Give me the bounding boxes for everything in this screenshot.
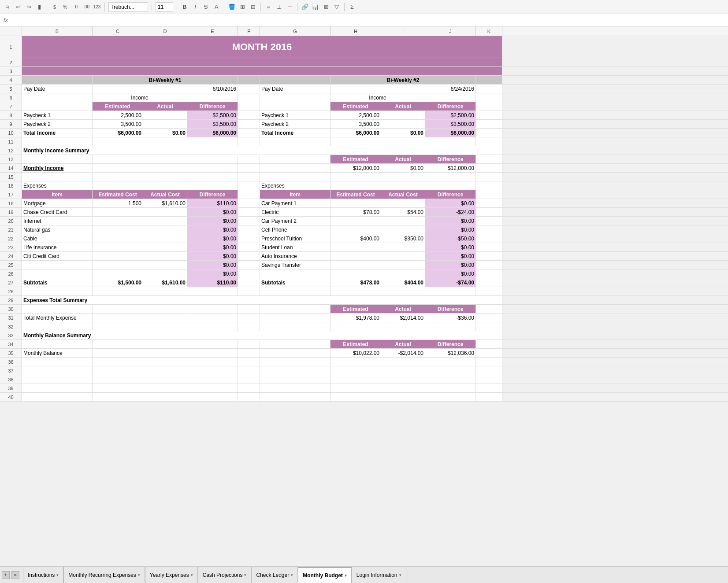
exp-item-r-4: Preschool Tuition (260, 234, 331, 243)
exp-sum-col-diff: Difference (425, 305, 476, 313)
font-size-input[interactable]: 11 (156, 2, 173, 12)
tab-add-button[interactable]: + (2, 571, 10, 579)
align-mid-icon[interactable]: ⊥ (275, 3, 283, 11)
cell-j16 (425, 181, 476, 190)
tab-instructions[interactable]: Instructions ▾ (23, 567, 63, 583)
row-num: 35 (0, 349, 22, 357)
print-icon[interactable]: 🖨 (4, 3, 11, 11)
filter-icon[interactable]: ▽ (333, 3, 341, 11)
exp-act-r-7 (381, 261, 425, 269)
sigma-icon[interactable]: Σ (348, 3, 356, 11)
table-row: 25 $0.00 Savings Transfer $0.00 (0, 261, 728, 269)
biweekly1-header: Bi-Weekly #1 (93, 76, 238, 84)
exp-col-act-l: Actual Cost (143, 190, 187, 199)
cell-k8 (476, 111, 502, 119)
font-color-icon[interactable]: A (212, 3, 220, 11)
income-label2: Income (331, 93, 425, 102)
tab-list-button[interactable]: ≡ (11, 571, 19, 579)
exp-item-l-8 (22, 269, 93, 278)
row-num: 7 (0, 102, 22, 111)
align-left-icon[interactable]: ≡ (264, 3, 272, 11)
exp-col-item-r: Item (260, 190, 331, 199)
row-num: 21 (0, 225, 22, 234)
tab-cash-projections[interactable]: Cash Projections ▾ (198, 567, 252, 583)
exp-item-l-0: Mortgage (22, 199, 93, 207)
borders-icon[interactable]: ⊞ (238, 3, 246, 11)
total-income-est2: $6,000.00 (331, 129, 381, 137)
number-format-icon[interactable]: 123 (93, 3, 101, 11)
cell-k18 (476, 199, 502, 207)
bold-icon[interactable]: B (181, 3, 189, 11)
italic-icon[interactable]: I (191, 3, 199, 11)
fx-label: fx (4, 17, 8, 23)
paycheck2-label2: Paycheck 2 (260, 120, 331, 128)
cell-e15 (187, 173, 238, 181)
tab-login-info[interactable]: Login Information ▾ (352, 567, 406, 583)
redo-icon[interactable]: ↪ (25, 3, 33, 11)
paycheck2-label1: Paycheck 2 (22, 120, 93, 128)
table-row: 31 Total Monthly Expense $1,978.00 $2,01… (0, 314, 728, 322)
pay-date-val2: 6/24/2016 (425, 85, 476, 93)
cell-k30 (476, 305, 502, 313)
exp-est-r-3 (331, 225, 381, 234)
cell-g13 (260, 155, 331, 163)
exp-est-l-6 (93, 252, 143, 260)
currency-icon[interactable]: $ (51, 3, 59, 11)
cell-e14 (187, 164, 238, 172)
cell-j11 (425, 137, 476, 146)
income-summary-header: Monthly Income Summary (22, 146, 502, 155)
cell-f30 (238, 305, 260, 313)
exp-item-r-1: Electric (260, 208, 331, 216)
corner-cell (0, 26, 22, 36)
align-right-icon[interactable]: ⊢ (286, 3, 293, 11)
cell-d35 (143, 349, 187, 357)
total-income-act1: $0.00 (143, 129, 187, 137)
exp-item-l-4: Cable (22, 234, 93, 243)
exp-diff-r-2: $0.00 (425, 217, 476, 225)
cell-f21 (238, 225, 260, 234)
exp-act-l-3 (143, 225, 187, 234)
exp-act-r-6 (381, 252, 425, 260)
row-num: 27 (0, 278, 22, 287)
col-header-g: G (260, 26, 331, 36)
exp-act-r-0 (381, 199, 425, 207)
undo-icon[interactable]: ↩ (14, 3, 22, 11)
monthly-balance-act: -$2,014.00 (381, 349, 425, 357)
monthly-balance-diff: $12,036.00 (425, 349, 476, 357)
font-name-input[interactable]: Trebuch... (108, 2, 148, 12)
pay-date-label1: Pay Date (22, 85, 93, 93)
cell-h5 (331, 85, 381, 93)
cell-g6 (260, 93, 331, 102)
formula-input[interactable] (11, 17, 724, 23)
table-row: 18 Mortgage 1,500 $1,610.00 $110.00 Car … (0, 199, 728, 208)
cell-k7 (476, 102, 502, 111)
tab-monthly-budget[interactable]: Monthly Budget ▾ (298, 567, 352, 583)
fill-color-icon[interactable]: 🪣 (228, 3, 236, 11)
exp-diff-r-7: $0.00 (425, 261, 476, 269)
decimal2-icon[interactable]: .00 (82, 3, 90, 11)
cell-b6 (22, 93, 93, 102)
percent-icon[interactable]: % (61, 3, 69, 11)
table-row: 3 (0, 67, 728, 76)
chart-icon[interactable]: 📊 (312, 3, 319, 11)
table-icon[interactable]: ⊠ (322, 3, 330, 11)
decimal1-icon[interactable]: .0 (72, 3, 80, 11)
row-num: 20 (0, 217, 22, 225)
cell-d5 (143, 85, 187, 93)
link-icon[interactable]: 🔗 (301, 3, 309, 11)
paycheck1-label1: Paycheck 1 (22, 111, 93, 119)
tab-yearly-expenses-label: Yearly Expenses (150, 572, 189, 578)
row-num: 19 (0, 208, 22, 216)
format-icon[interactable]: ▮ (35, 3, 43, 11)
tab-yearly-expenses[interactable]: Yearly Expenses ▾ (145, 567, 198, 583)
strikethrough-icon[interactable]: S (202, 3, 210, 11)
cell-c16 (93, 181, 143, 190)
tab-bar: + ≡ Instructions ▾ Monthly Recurring Exp… (0, 566, 728, 583)
exp-sum-col-est: Estimated (331, 305, 381, 313)
row-num: 17 (0, 190, 22, 199)
tab-check-ledger[interactable]: Check Ledger ▾ (251, 567, 298, 583)
merge-icon[interactable]: ⊟ (249, 3, 257, 11)
tab-monthly-recurring[interactable]: Monthly Recurring Expenses ▾ (63, 567, 145, 583)
table-row: 5 Pay Date 6/10/2016 Pay Date 6/24/2016 (0, 85, 728, 93)
cell-i5 (381, 85, 425, 93)
